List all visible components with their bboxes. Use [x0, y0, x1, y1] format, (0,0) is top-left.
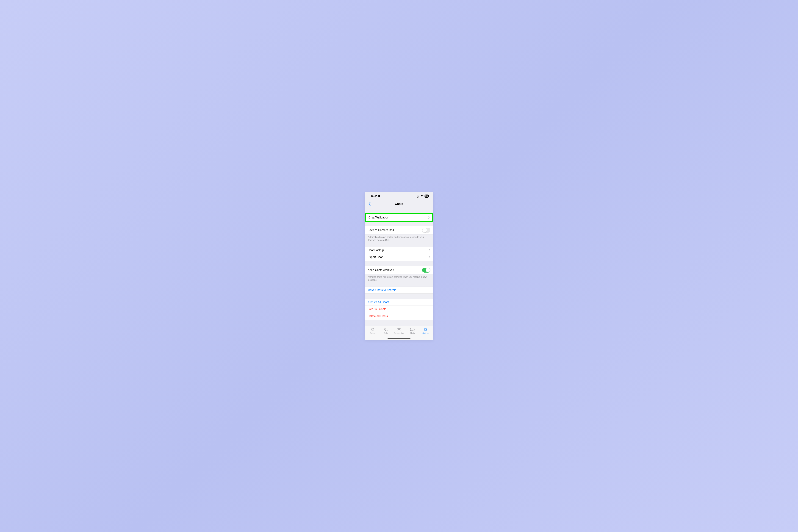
delete-all-row[interactable]: Delete All Chats	[365, 313, 433, 320]
content-area: Chat Wallpaper Save to Camera Roll Autom…	[365, 208, 433, 326]
clear-all-label: Clear All Chats	[367, 307, 431, 311]
export-chat-label: Export Chat	[367, 255, 429, 259]
keep-archived-label: Keep Chats Archived	[367, 268, 422, 272]
tab-settings-label: Settings	[422, 332, 429, 334]
nav-bar: Chats	[365, 200, 433, 208]
move-android-group: Move Chats to Android	[365, 287, 433, 294]
status-bar: 10:05 95	[365, 192, 433, 200]
bulk-actions-group: Archive All Chats Clear All Chats Delete…	[365, 299, 433, 320]
highlight-box: Chat Wallpaper	[365, 213, 433, 222]
status-icon	[370, 327, 375, 332]
tab-communities-label: Communities	[394, 332, 404, 334]
home-indicator[interactable]	[387, 338, 411, 339]
chat-backup-row[interactable]: Chat Backup	[365, 247, 433, 254]
wifi-icon	[421, 195, 424, 197]
keep-archived-footer: Archived chats will remain archived when…	[365, 274, 433, 282]
battery-indicator: 95	[424, 194, 429, 198]
tab-calls-label: Calls	[384, 332, 388, 334]
settings-icon	[423, 327, 428, 332]
chat-wallpaper-row[interactable]: Chat Wallpaper	[366, 214, 432, 221]
save-camera-label: Save to Camera Roll	[367, 229, 422, 232]
chat-backup-label: Chat Backup	[367, 249, 429, 252]
chevron-right-icon	[429, 256, 431, 259]
backup-group: Chat Backup Export Chat	[365, 247, 433, 261]
svg-point-8	[425, 329, 426, 330]
move-android-label: Move Chats to Android	[367, 288, 431, 292]
archived-group: Keep Chats Archived Archived chats will …	[365, 266, 433, 282]
status-time: 10:05	[370, 195, 377, 198]
svg-point-1	[372, 329, 373, 330]
move-android-row[interactable]: Move Chats to Android	[365, 287, 433, 294]
clear-all-row[interactable]: Clear All Chats	[365, 306, 433, 313]
delete-all-label: Delete All Chats	[367, 315, 431, 318]
svg-point-0	[371, 328, 374, 331]
save-camera-row[interactable]: Save to Camera Roll	[365, 226, 433, 234]
tab-status[interactable]: Status	[366, 327, 379, 340]
tab-status-label: Status	[370, 332, 375, 334]
archive-all-row[interactable]: Archive All Chats	[365, 299, 433, 306]
save-camera-toggle[interactable]	[422, 228, 431, 233]
sim-card-icon	[378, 195, 380, 197]
chat-wallpaper-label: Chat Wallpaper	[368, 216, 428, 219]
tab-settings[interactable]: Settings	[419, 327, 432, 340]
back-button[interactable]	[366, 200, 373, 208]
tab-chats-label: Chats	[410, 332, 415, 334]
export-chat-row[interactable]: Export Chat	[365, 254, 433, 261]
keep-archived-toggle[interactable]	[422, 268, 431, 272]
page-title: Chats	[395, 202, 403, 206]
save-camera-footer: Automatically save photos and videos you…	[365, 234, 433, 242]
status-left: 10:05	[370, 195, 380, 198]
phone-icon	[383, 327, 388, 332]
status-right: 95	[417, 194, 429, 198]
chats-icon	[410, 327, 415, 332]
keep-archived-row[interactable]: Keep Chats Archived	[365, 266, 433, 274]
communities-icon	[397, 327, 401, 332]
chevron-right-icon	[428, 216, 430, 219]
signal-icon	[417, 195, 420, 197]
phone-screen: 10:05 95 Chats Chat Wallpaper	[365, 192, 433, 340]
archive-all-label: Archive All Chats	[367, 301, 431, 304]
save-camera-group: Save to Camera Roll Automatically save p…	[365, 226, 433, 242]
chevron-right-icon	[429, 249, 431, 251]
